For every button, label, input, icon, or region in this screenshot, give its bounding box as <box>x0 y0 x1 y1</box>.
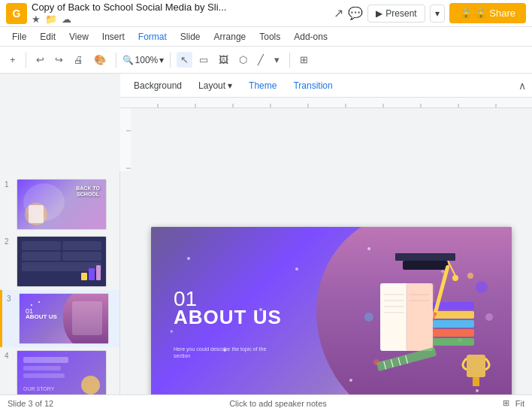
slide-description[interactable]: Here you could describe the topic of the… <box>174 346 279 361</box>
app-logo: G <box>6 3 27 24</box>
slide-number-4: 4 <box>5 350 12 360</box>
svg-rect-41 <box>433 329 474 337</box>
select-tool[interactable]: ↖ <box>177 52 192 68</box>
line-tool[interactable]: ╱ <box>254 52 268 68</box>
slide-preview-3: 01 ABOUT US <box>19 293 109 344</box>
svg-rect-45 <box>467 355 485 377</box>
layout-button[interactable]: Layout ▾ <box>191 78 240 93</box>
shape-tool[interactable]: ⬡ <box>235 52 251 68</box>
toolbar: + ↩ ↪ 🖨 🎨 🔍 100% ▾ ↖ ▭ 🖼 ⬡ ╱ ▾ ⊞ <box>0 47 532 74</box>
menu-file[interactable]: File <box>6 30 32 44</box>
main-area: 1 BACK TOSCHOOL 2 <box>0 171 532 411</box>
slide-number-3: 3 <box>7 293 14 303</box>
slide-thumb-2[interactable]: 2 <box>0 233 119 290</box>
present-button[interactable]: ▶ Present <box>367 5 425 23</box>
paint-format-button[interactable]: 🎨 <box>90 52 110 68</box>
svg-rect-42 <box>433 338 474 346</box>
zoom-control[interactable]: 🔍 100% ▾ <box>122 55 165 65</box>
insert-special[interactable]: ⊞ <box>296 52 312 68</box>
trend-icon[interactable]: ↗ <box>334 6 343 20</box>
cloud-icon[interactable]: ☁ <box>62 14 71 25</box>
zoom-dropdown-icon: ▾ <box>159 55 164 65</box>
slide-thumb-3[interactable]: 3 01 ABOUT US <box>0 290 119 347</box>
svg-rect-0 <box>120 98 532 108</box>
menu-format[interactable]: Format <box>132 30 173 44</box>
menu-tools[interactable]: Tools <box>253 30 286 44</box>
topbar: G Copy of Back to School Social Media by… <box>0 0 532 27</box>
illustration-area <box>361 242 497 392</box>
slide-canvas[interactable]: ✦ ✦ ✦ 01 ABOUT US Here you could describ… <box>151 227 512 412</box>
slide-panel: 1 BACK TOSCHOOL 2 <box>0 171 120 411</box>
add-button[interactable]: + <box>6 52 20 68</box>
svg-rect-24 <box>403 261 448 270</box>
separator-4 <box>289 53 290 68</box>
image-tool[interactable]: 🖼 <box>215 52 232 68</box>
star-icon[interactable]: ★ <box>32 14 41 25</box>
comment-icon[interactable]: 💬 <box>348 6 363 20</box>
svg-point-27 <box>452 275 458 281</box>
slide-info: Slide 3 of 12 <box>8 399 53 408</box>
menubar: File Edit View Insert Format Slide Arran… <box>0 27 532 47</box>
slide-number-1: 1 <box>5 179 12 189</box>
svg-rect-25 <box>395 253 455 261</box>
menu-edit[interactable]: Edit <box>34 30 62 44</box>
speaker-notes-hint[interactable]: Click to add speaker notes <box>59 399 497 408</box>
theme-button[interactable]: Theme <box>241 78 284 93</box>
separator-2 <box>116 53 116 68</box>
menu-slide[interactable]: Slide <box>174 30 207 44</box>
svg-point-54 <box>467 273 473 279</box>
separator <box>26 53 26 68</box>
undo-button[interactable]: ↩ <box>32 52 48 68</box>
svg-rect-21 <box>81 273 87 280</box>
bottom-bar: Slide 3 of 12 Click to add speaker notes… <box>0 394 532 411</box>
collapse-panel-icon[interactable]: ∧ <box>518 80 526 92</box>
svg-point-56 <box>373 359 379 365</box>
canvas-area: ✦ ✦ ✦ 01 ABOUT US Here you could describ… <box>120 171 532 411</box>
svg-point-53 <box>485 313 493 321</box>
slide-preview-1: BACK TOSCHOOL <box>17 179 107 230</box>
share-button[interactable]: 🔒 🔒 Share <box>449 3 526 23</box>
slide-context-toolbar: Background Layout ▾ Theme Transition ∧ <box>120 74 532 98</box>
svg-point-55 <box>364 313 373 322</box>
svg-rect-20 <box>29 205 44 223</box>
svg-rect-39 <box>433 311 474 319</box>
top-right-actions: ↗ 💬 ▶ Present ▾ 🔒 🔒 Share <box>334 3 526 23</box>
menu-addons[interactable]: Add-ons <box>288 30 334 44</box>
svg-rect-40 <box>433 320 474 328</box>
slideshow-icon: ▶ <box>376 8 382 19</box>
menu-arrange[interactable]: Arrange <box>208 30 252 44</box>
zoom-level: 100% <box>135 55 159 65</box>
slide-preview-4: OUR STORY <box>17 350 107 401</box>
slide-preview-2 <box>17 236 107 287</box>
svg-rect-46 <box>473 377 479 386</box>
lock-icon: 🔒 <box>460 8 472 19</box>
svg-rect-37 <box>407 283 434 351</box>
print-button[interactable]: 🖨 <box>70 52 87 68</box>
zoom-fit[interactable]: Fit <box>515 399 524 408</box>
zoom-icon: 🔍 <box>122 55 134 65</box>
horizontal-ruler <box>120 98 532 108</box>
folder-icon[interactable]: 📁 <box>45 14 57 25</box>
background-button[interactable]: Background <box>126 78 189 93</box>
title-icons: ★ 📁 ☁ <box>32 14 329 25</box>
menu-insert[interactable]: Insert <box>96 30 131 44</box>
text-box-tool[interactable]: ▭ <box>195 52 212 68</box>
title-section: Copy of Back to School Social Media by S… <box>32 2 329 25</box>
layout-dropdown-icon: ▾ <box>228 80 232 91</box>
present-dropdown-button[interactable]: ▾ <box>430 5 445 23</box>
document-title: Copy of Back to School Social Media by S… <box>32 2 329 13</box>
menu-view[interactable]: View <box>63 30 95 44</box>
thumb1-text: BACK TOSCHOOL <box>76 186 100 198</box>
redo-button[interactable]: ↪ <box>51 52 67 68</box>
separator-3 <box>170 53 171 68</box>
zoom-label: ⊞ <box>503 398 509 408</box>
slide-thumb-1[interactable]: 1 BACK TOSCHOOL <box>0 176 119 233</box>
line-dropdown[interactable]: ▾ <box>271 52 283 68</box>
slide-title[interactable]: ABOUT US <box>174 306 282 329</box>
transition-button[interactable]: Transition <box>286 78 340 93</box>
slide-number-2: 2 <box>5 236 12 246</box>
svg-rect-22 <box>89 268 95 280</box>
svg-point-52 <box>476 281 488 293</box>
svg-rect-23 <box>96 265 101 280</box>
